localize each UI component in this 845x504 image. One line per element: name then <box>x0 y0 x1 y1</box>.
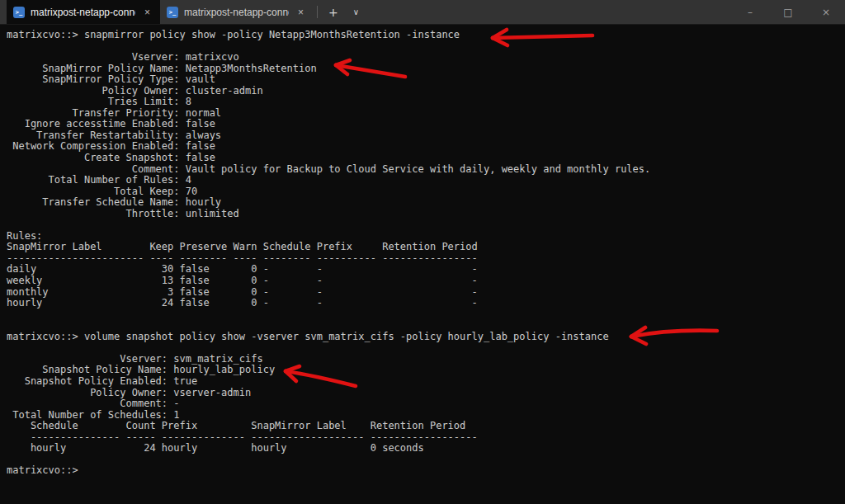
terminal-line <box>7 309 845 321</box>
close-tab-icon[interactable]: × <box>141 5 153 20</box>
terminal-line: Policy Owner: cluster-admin <box>7 86 845 97</box>
tab-title: matrixpost-netapp-connector <box>31 7 135 18</box>
terminal-line: Transfer Priority: normal <box>7 108 845 120</box>
terminal-viewport[interactable]: matrixcvo::> snapmirror policy show -pol… <box>0 26 845 504</box>
terminal-line: Transfer Restartability: always <box>7 130 845 142</box>
terminal-line: Vserver: svm_matrix_cifs <box>7 354 845 365</box>
terminal-line: Comment: Vault policy for Backup to Clou… <box>7 164 845 176</box>
terminal-line: hourly 24 false 0 - - - <box>7 298 845 309</box>
terminal-line: Policy Owner: vserver-admin <box>7 388 845 399</box>
terminal-line: Network Compression Enabled: false <box>7 141 845 153</box>
tab-strip: >_ matrixpost-netapp-connector × >_ matr… <box>0 0 314 24</box>
close-tab-icon[interactable]: × <box>295 5 307 20</box>
tabbar-divider <box>317 6 318 18</box>
terminal-line: SnapMirror Label Keep Preserve Warn Sche… <box>7 242 845 253</box>
new-tab-button[interactable]: + <box>321 4 346 21</box>
terminal-line: Total Number of Schedules: 1 <box>7 410 845 422</box>
tab-terminal-1[interactable]: >_ matrixpost-netapp-connector × <box>7 0 160 24</box>
tab-terminal-2[interactable]: >_ matrixpost-netapp-connector( × <box>160 0 314 24</box>
maximize-button[interactable]: □ <box>769 0 807 24</box>
terminal-line: Tries Limit: 8 <box>7 97 845 108</box>
terminal-line: weekly 13 false 0 - - - <box>7 276 845 287</box>
terminal-line: Throttle: unlimited <box>7 209 845 220</box>
terminal-line: SnapMirror Policy Type: vault <box>7 74 845 86</box>
terminal-output: matrixcvo::> snapmirror policy show -pol… <box>7 30 845 477</box>
terminal-line: matrixcvo::> <box>7 465 845 477</box>
terminal-line: Snapshot Policy Name: hourly_lab_policy <box>7 365 845 376</box>
powershell-icon: >_ <box>13 7 25 18</box>
titlebar: >_ matrixpost-netapp-connector × >_ matr… <box>0 0 845 25</box>
tab-dropdown-chevron-icon[interactable]: ∨ <box>346 6 366 18</box>
window-controls: – □ × <box>731 0 845 24</box>
terminal-line: matrixcvo::> volume snapshot policy show… <box>7 332 845 343</box>
terminal-line: Vserver: matrixcvo <box>7 52 845 64</box>
terminal-line: Total Keep: 70 <box>7 186 845 198</box>
terminal-line <box>7 219 845 231</box>
terminal-line: daily 30 false 0 - - - <box>7 264 845 276</box>
close-button[interactable]: × <box>807 0 845 24</box>
terminal-line <box>7 455 845 466</box>
terminal-line <box>7 342 845 354</box>
terminal-line <box>7 320 845 332</box>
terminal-line: Schedule Count Prefix SnapMirror Label R… <box>7 421 845 432</box>
tab-title: matrixpost-netapp-connector( <box>184 7 289 18</box>
terminal-line: SnapMirror Policy Name: Netapp3MonthsRet… <box>7 64 845 75</box>
terminal-line: Transfer Schedule Name: hourly <box>7 197 845 209</box>
minimize-button[interactable]: – <box>731 0 769 24</box>
terminal-line: Comment: - <box>7 398 845 410</box>
terminal-line: ----------------------- ---- -------- --… <box>7 253 845 265</box>
terminal-line: Total Number of Rules: 4 <box>7 175 845 186</box>
terminal-line: Ignore accesstime Enabled: false <box>7 119 845 130</box>
terminal-line: --------------- ----- -------------- ---… <box>7 432 845 444</box>
terminal-line: Create Snapshot: false <box>7 153 845 164</box>
terminal-line: Snapshot Policy Enabled: true <box>7 376 845 388</box>
terminal-line: monthly 3 false 0 - - - <box>7 287 845 299</box>
terminal-line: hourly 24 hourly hourly 0 seconds <box>7 443 845 455</box>
terminal-line: matrixcvo::> snapmirror policy show -pol… <box>7 30 845 41</box>
terminal-line: Rules: <box>7 231 845 243</box>
terminal-line <box>7 41 845 53</box>
powershell-icon: >_ <box>167 7 178 18</box>
